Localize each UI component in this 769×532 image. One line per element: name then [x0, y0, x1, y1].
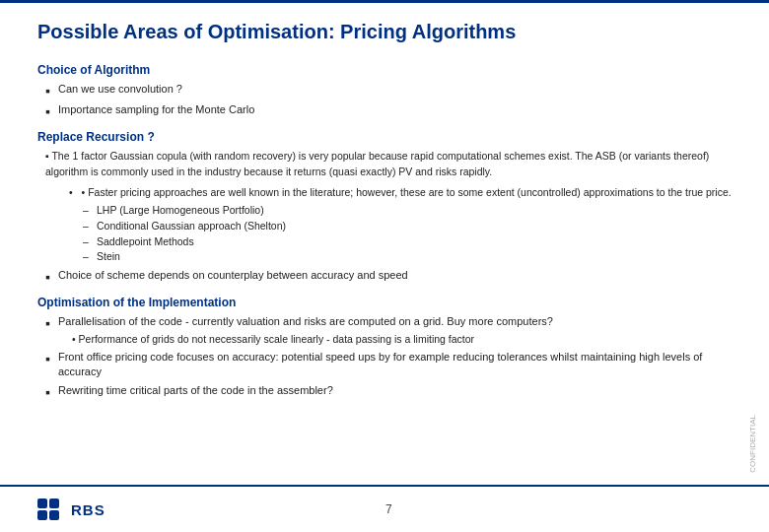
list-item: ▪ Importance sampling for the Monte Carl… — [37, 102, 732, 120]
list-item: ▪ Parallelisation of the code - currentl… — [37, 314, 732, 347]
list-item: Conditional Gaussian approach (Shelton) — [83, 219, 732, 234]
list-item: Saddlepoint Methods — [83, 234, 732, 250]
bullet-text: Can we use convolution ? — [58, 82, 182, 97]
list-item: LHP (Large Homogeneous Portfolio) — [83, 203, 732, 219]
sub-bullet-performance: • Performance of grids do not necessaril… — [72, 333, 474, 345]
rbs-logo-text: RBS — [71, 501, 105, 518]
bullet-icon: ▪ — [45, 314, 50, 332]
svg-rect-2 — [37, 510, 47, 520]
list-item: Stein — [83, 249, 732, 265]
rbs-logo: RBS — [37, 499, 105, 520]
bullet-icon: ▪ — [45, 102, 50, 120]
svg-rect-0 — [37, 499, 47, 508]
bullet-text: Parallelisation of the code - currently … — [58, 314, 553, 329]
sub-bullets-list: LHP (Large Homogeneous Portfolio) Condit… — [55, 203, 732, 265]
section-heading-optimisation: Optimisation of the Implementation — [37, 296, 732, 309]
section-heading-replace: Replace Recursion ? — [37, 130, 732, 144]
page: Possible Areas of Optimisation: Pricing … — [0, 0, 769, 532]
section-heading-choice: Choice of Algorithm — [37, 63, 732, 77]
rbs-logo-icon — [37, 499, 65, 520]
list-item: ▪ Rewriting time critical parts of the c… — [37, 383, 732, 401]
list-item: ▪ Can we use convolution ? — [37, 82, 732, 100]
bullet-text: Rewriting time critical parts of the cod… — [58, 383, 333, 398]
page-title: Possible Areas of Optimisation: Pricing … — [37, 21, 732, 47]
bullet-text: Importance sampling for the Monte Carlo — [58, 102, 254, 117]
svg-rect-1 — [49, 499, 59, 508]
replace-recursion-para: ▪ The 1 factor Gaussian copula (with ran… — [37, 149, 732, 178]
list-item: ▪ Choice of scheme depends on counterpla… — [37, 268, 732, 286]
svg-rect-3 — [49, 510, 59, 520]
bullet-icon: ▪ — [45, 268, 50, 286]
main-content: Possible Areas of Optimisation: Pricing … — [0, 3, 769, 463]
confidential-label: CONFIDENTIAL — [748, 415, 757, 473]
bullet-icon: ▪ — [45, 82, 50, 100]
faster-pricing-bullet: • Faster pricing approaches are well kno… — [55, 185, 732, 200]
bullet-icon: ▪ — [45, 350, 50, 367]
footer-bar: RBS 7 — [0, 485, 769, 532]
page-number: 7 — [105, 502, 672, 516]
bullet-text: Front office pricing code focuses on acc… — [58, 350, 732, 380]
bullet-icon: ▪ — [45, 383, 50, 401]
main-paragraph: ▪ The 1 factor Gaussian copula (with ran… — [45, 149, 732, 178]
list-item: ▪ Front office pricing code focuses on a… — [37, 350, 732, 380]
bullet-text: Choice of scheme depends on counterplay … — [58, 268, 408, 283]
